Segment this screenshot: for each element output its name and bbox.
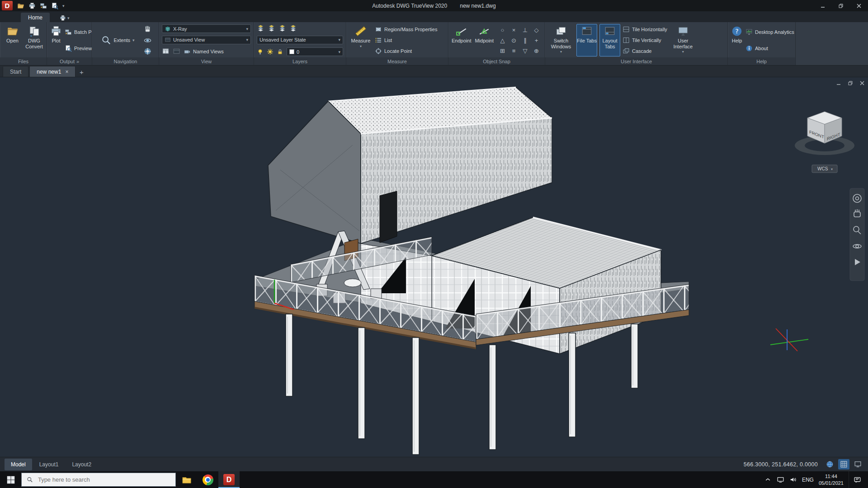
about-button[interactable]: About <box>745 44 794 53</box>
tile-vertically-button[interactable]: Tile Vertically <box>623 36 667 45</box>
sun-icon[interactable] <box>267 48 274 55</box>
file-explorer-button[interactable] <box>176 471 197 488</box>
taskbar-search[interactable] <box>21 473 176 487</box>
measure-panel-label: Measure <box>346 57 448 65</box>
layer-freeze-icon[interactable] <box>268 24 275 32</box>
snap-parallel-button[interactable]: ∥ <box>519 35 531 46</box>
search-input[interactable] <box>37 476 170 483</box>
action-center-icon <box>854 476 861 483</box>
language-indicator[interactable]: ENG <box>802 477 814 483</box>
cascade-button[interactable]: Cascade <box>623 47 667 56</box>
trueview-taskbar-button[interactable]: D <box>218 471 240 488</box>
minimize-button[interactable] <box>814 0 832 11</box>
viewcube[interactable]: FRONT RIGHT <box>795 112 854 155</box>
restore-button[interactable] <box>832 0 850 11</box>
action-center-button[interactable] <box>849 471 866 488</box>
help-button[interactable]: Help <box>731 24 743 56</box>
snap-settings-button[interactable]: ⊕ <box>531 46 542 56</box>
view-dropdown[interactable]: Unsaved View ▾ <box>162 36 251 44</box>
preview-icon[interactable] <box>51 2 58 9</box>
named-views-button[interactable]: Named Views <box>184 47 224 56</box>
snap-insertion-button[interactable]: ⊞ <box>497 46 508 56</box>
date-label: 05/01/2021 <box>819 480 844 486</box>
preview-button[interactable]: Preview <box>65 44 92 53</box>
app-logo-button[interactable]: D <box>2 1 13 10</box>
open-icon[interactable] <box>17 2 24 9</box>
layer-state-dropdown[interactable]: Unsaved Layer State ▾ <box>257 36 343 44</box>
quick-plot-tool[interactable]: ▾ <box>57 14 72 22</box>
model-tab[interactable]: Model <box>5 459 32 470</box>
layer-properties-icon[interactable] <box>257 24 264 32</box>
named-view-manager-icon[interactable] <box>173 47 180 55</box>
bulb-icon[interactable] <box>257 48 264 55</box>
printer-icon <box>50 25 62 37</box>
panel-user-interface: Switch Windows ▾ File Tabs Layout Tabs T… <box>545 22 728 65</box>
desktop-analytics-button[interactable]: Desktop Analytics <box>745 28 794 37</box>
open-button[interactable]: Open <box>3 24 22 56</box>
tab-home[interactable]: Home <box>21 13 50 22</box>
wcs-dropdown[interactable]: WCS ▾ <box>812 165 837 173</box>
snap-endpoint-button[interactable]: Endpoint <box>451 24 472 56</box>
batch-plot-icon[interactable] <box>40 2 47 9</box>
geolocation-icon[interactable] <box>824 459 835 469</box>
layout-tabs-toggle[interactable]: Layout Tabs <box>599 24 620 56</box>
region-mass-properties-button[interactable]: Region/Mass Properties <box>375 25 437 34</box>
snap-tangent-button[interactable]: △ <box>497 35 508 46</box>
layout1-tab[interactable]: Layout1 <box>33 459 65 470</box>
pan-icon[interactable] <box>143 25 152 34</box>
panel-expander-icon[interactable]: » <box>76 59 79 64</box>
orbit-icon[interactable] <box>143 36 152 45</box>
layer-off-icon[interactable] <box>289 24 297 32</box>
lock-icon[interactable] <box>277 48 283 55</box>
tray-expand-icon[interactable] <box>764 476 772 483</box>
layer-isolate-icon[interactable] <box>278 24 286 32</box>
viewport-icon[interactable] <box>162 47 170 55</box>
snap-center-button[interactable]: ○ <box>497 25 508 35</box>
panel-layers: Unsaved Layer State ▾ 0 ▾ Layers <box>254 22 346 65</box>
clock[interactable]: 11:44 05/01/2021 <box>819 473 844 486</box>
list-button[interactable]: List <box>375 36 437 45</box>
snap-nearest-button[interactable]: ≡ <box>508 46 519 56</box>
steering-wheel-icon[interactable] <box>143 47 152 56</box>
new-tab-button[interactable]: + <box>76 67 86 77</box>
doc-close-button[interactable] <box>860 79 864 87</box>
user-interface-button[interactable]: User Interface ▾ <box>670 24 697 56</box>
file-tabs-toggle[interactable]: File Tabs <box>576 24 597 56</box>
clean-screen-icon[interactable] <box>852 459 863 469</box>
output-panel-label: Output » <box>47 57 92 65</box>
snap-midpoint-button[interactable]: Midpoint <box>474 24 495 56</box>
hardware-acceleration-icon[interactable] <box>838 459 849 469</box>
snap-quadrant-button[interactable]: ◇ <box>531 25 542 35</box>
snap-apparent-button[interactable]: ▽ <box>519 46 531 56</box>
zoom-extents-button[interactable]: Extents ▾ <box>95 24 141 56</box>
switch-windows-button[interactable]: Switch Windows ▾ <box>548 24 574 56</box>
plot-icon[interactable] <box>28 2 36 9</box>
speaker-icon[interactable] <box>789 476 797 483</box>
doc-minimize-button[interactable] <box>836 79 841 87</box>
chrome-button[interactable] <box>197 471 218 488</box>
close-tab-icon[interactable]: × <box>65 69 68 75</box>
qat-customize-icon[interactable]: ▾ <box>62 4 65 8</box>
upper-building <box>268 87 552 244</box>
batch-plot-icon <box>65 28 72 36</box>
snap-extension-button[interactable]: + <box>531 35 542 46</box>
file-tab-start[interactable]: Start <box>3 66 28 77</box>
batch-plot-button[interactable]: Batch Plot <box>65 28 92 37</box>
file-tab-doc[interactable]: new new1 × <box>29 66 75 77</box>
start-button[interactable] <box>0 471 21 488</box>
doc-restore-button[interactable] <box>848 79 853 87</box>
close-button[interactable] <box>850 0 868 11</box>
layer-dropdown[interactable]: 0 ▾ <box>287 47 343 56</box>
dwg-convert-button[interactable]: DWG Convert <box>24 24 44 56</box>
tile-horizontally-button[interactable]: Tile Horizontally <box>623 25 667 34</box>
snap-intersection-button[interactable]: ⊙ <box>508 35 519 46</box>
plot-button[interactable]: Plot <box>50 24 62 56</box>
locate-point-button[interactable]: Locate Point <box>375 47 437 56</box>
network-icon[interactable] <box>777 476 784 483</box>
snap-node-button[interactable]: × <box>508 25 519 35</box>
visual-style-dropdown[interactable]: X-Ray ▾ <box>162 24 251 33</box>
drawing-viewport[interactable]: FRONT RIGHT WCS ▾ <box>0 77 868 457</box>
snap-perpendicular-button[interactable]: ⊥ <box>519 25 531 35</box>
layout2-tab[interactable]: Layout2 <box>66 459 98 470</box>
measure-button[interactable]: Measure ▾ <box>349 24 373 56</box>
